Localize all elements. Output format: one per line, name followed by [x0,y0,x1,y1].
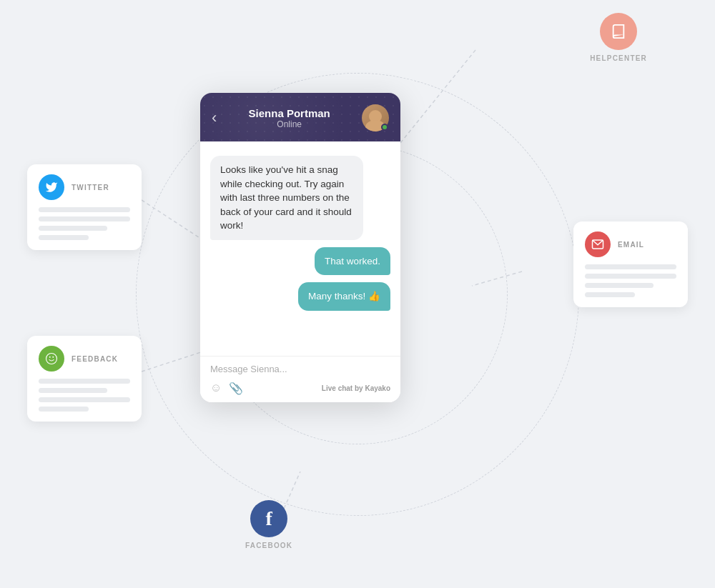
email-card-header: EMAIL [585,231,676,257]
email-lines [585,264,676,297]
chat-header-info: Sienna Portman Online [224,107,355,129]
twitter-line-1 [39,207,130,212]
chat-branding: Live chat by Kayako [322,384,390,392]
feedback-card: FEEDBACK [27,336,142,422]
twitter-label: TWITTER [72,184,109,191]
email-line-1 [585,264,676,269]
chat-input-placeholder[interactable]: Message Sienna... [210,364,390,374]
email-card: EMAIL [573,221,688,307]
feedback-lines [39,379,130,412]
helpcenter-card: HELPCENTER [590,13,647,62]
feedback-line-1 [39,379,130,384]
feedback-icon [39,346,64,372]
email-line-2 [585,274,676,279]
helpcenter-icon [600,13,637,50]
feedback-label: FEEDBACK [72,355,118,363]
chat-avatar-wrap [362,104,389,131]
facebook-icon: f [250,500,287,537]
email-label: EMAIL [618,241,644,249]
twitter-card-header: TWITTER [39,174,130,200]
online-indicator [381,124,388,131]
emoji-icon[interactable]: ☺ [210,382,222,395]
twitter-line-2 [39,216,130,221]
feedback-line-3 [39,397,130,402]
twitter-lines [39,207,130,240]
svg-line-0 [142,200,207,243]
email-line-3 [585,283,654,288]
chat-input-area[interactable]: Message Sienna... [210,364,390,379]
feedback-line-2 [39,388,107,393]
twitter-icon [39,174,64,200]
chat-footer: Message Sienna... ☺ 📎 Live chat by Kayak… [200,356,400,402]
feedback-card-header: FEEDBACK [39,346,130,372]
svg-line-4 [400,50,475,143]
email-line-4 [585,292,635,297]
chat-widget: ‹ Sienna Portman Online Looks like you'v… [200,93,400,402]
chat-back-button[interactable]: ‹ [212,109,217,127]
attachment-icon[interactable]: 📎 [229,382,243,395]
branding-name: Kayako [365,384,390,392]
chat-agent-status: Online [224,119,355,129]
chat-agent-name: Sienna Portman [224,107,355,119]
message-outgoing-1: That worked. [315,247,390,276]
chat-messages: Looks like you've hit a snag while check… [200,141,400,356]
svg-point-5 [46,354,57,364]
email-icon [585,231,611,257]
svg-line-3 [472,271,522,286]
facebook-label: FACEBOOK [245,542,292,549]
chat-header: ‹ Sienna Portman Online [200,93,400,141]
facebook-card: f FACEBOOK [245,500,292,549]
twitter-card: TWITTER [27,164,142,250]
feedback-line-4 [39,407,89,412]
chat-footer-icons: ☺ 📎 Live chat by Kayako [210,379,390,395]
twitter-line-4 [39,235,89,240]
svg-line-1 [142,350,207,372]
message-outgoing-2: Many thanks! 👍 [298,282,390,311]
message-incoming-1: Looks like you've hit a snag while check… [210,156,363,240]
twitter-line-3 [39,226,107,231]
helpcenter-label: HELPCENTER [590,54,647,62]
chat-icons-left: ☺ 📎 [210,382,243,395]
